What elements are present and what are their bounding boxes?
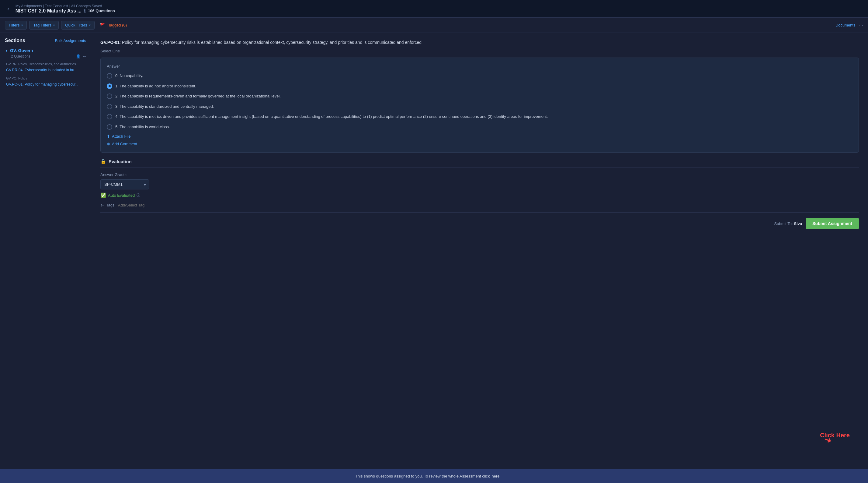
subsection-label-gvrr: GV.RR. Roles, Responsibilities, and Auth… bbox=[5, 61, 86, 66]
answer-text-4: 4: The capability is metrics driven and … bbox=[115, 114, 548, 120]
answer-header: Answer bbox=[107, 64, 852, 68]
answer-option-3[interactable]: 3: The capability is standardized and ce… bbox=[107, 104, 852, 110]
breadcrumb: My Assignments | Test Conquest | All Cha… bbox=[16, 4, 115, 8]
tag-filters-button[interactable]: Tag Filters ▾ bbox=[29, 21, 59, 30]
evaluation-header: 🔒 Evaluation bbox=[100, 159, 859, 168]
radio-button-3[interactable] bbox=[107, 104, 112, 109]
auto-evaluated-label: Auto Evaluated bbox=[108, 193, 135, 198]
check-circle-icon: ✅ bbox=[100, 193, 106, 198]
answer-option-1[interactable]: 1: The capability is ad hoc and/or incon… bbox=[107, 83, 852, 89]
submit-to-name: Siva bbox=[794, 221, 802, 226]
bottom-banner-dots[interactable]: ⋮ bbox=[507, 473, 513, 479]
tags-row: 🏷 Tags: bbox=[100, 203, 859, 212]
tag-icon: 🏷 bbox=[100, 203, 104, 207]
question-text: GV.PO-01: Policy for managing cybersecur… bbox=[100, 39, 859, 46]
plus-circle-icon: ⊕ bbox=[107, 142, 110, 146]
question-id: GV.PO-01 bbox=[100, 40, 120, 45]
answer-box: Answer 0: No capability. 1: The capabili… bbox=[100, 58, 859, 152]
answer-text-2: 2: The capability is requirements-driven… bbox=[115, 93, 281, 99]
question-item-gvpo01[interactable]: GV.PO-01. Policy for managing cybersecur… bbox=[5, 81, 86, 88]
flag-icon: 🚩 bbox=[100, 23, 105, 27]
answer-text-1: 1: The capability is ad hoc and/or incon… bbox=[115, 83, 196, 89]
tags-label: 🏷 Tags: bbox=[100, 203, 116, 207]
evaluation-section: 🔒 Evaluation Answer Grade: SP-CMM1 SP-CM… bbox=[100, 159, 859, 229]
ellipsis-icon[interactable]: ··· bbox=[83, 54, 86, 58]
quick-filters-button[interactable]: Quick Filters ▾ bbox=[61, 21, 94, 30]
chevron-down-icon: ▾ bbox=[89, 24, 91, 27]
attach-file-button[interactable]: ⬆ Attach File bbox=[107, 134, 852, 139]
flagged-button[interactable]: 🚩 Flagged (0) bbox=[97, 21, 130, 29]
submit-to-text: Submit To: Siva bbox=[774, 221, 802, 226]
person-icon: 👤 bbox=[76, 54, 81, 58]
page-title: NIST CSF 2.0 Maturity Ass ... ℹ 106 Ques… bbox=[16, 8, 115, 14]
submit-assignment-button[interactable]: Submit Assignment bbox=[806, 218, 859, 229]
toolbar: Filters ▾ Tag Filters ▾ Quick Filters ▾ … bbox=[0, 18, 868, 33]
chevron-down-icon: ▾ bbox=[21, 24, 23, 27]
bulk-assignments-button[interactable]: Bulk Assignments bbox=[55, 38, 86, 43]
section-question-count: 2 Questions 👤 ··· bbox=[5, 54, 86, 58]
auto-eval-info-icon: ⓘ bbox=[136, 193, 140, 198]
subsection-label-gvpo: GV.PO. Policy bbox=[5, 75, 86, 81]
header-info: My Assignments | Test Conquest | All Cha… bbox=[16, 4, 115, 14]
answer-text-0: 0: No capability. bbox=[115, 73, 143, 79]
add-comment-button[interactable]: ⊕ Add Comment bbox=[107, 142, 852, 146]
auto-evaluated-row: ✅ Auto Evaluated ⓘ bbox=[100, 193, 859, 198]
bottom-banner-link[interactable]: here. bbox=[492, 474, 501, 478]
sidebar-title: Sections bbox=[5, 38, 25, 43]
evaluation-title: Evaluation bbox=[108, 159, 132, 164]
top-header: ‹ My Assignments | Test Conquest | All C… bbox=[0, 0, 868, 18]
content-area: GV.PO-01: Policy for managing cybersecur… bbox=[91, 33, 868, 469]
select-one-label: Select One bbox=[100, 49, 859, 53]
answer-option-5[interactable]: 5: The capability is world-class. bbox=[107, 124, 852, 130]
more-options-button[interactable]: ··· bbox=[859, 23, 863, 28]
answer-option-2[interactable]: 2: The capability is requirements-driven… bbox=[107, 93, 852, 99]
section-sub-icons: 👤 ··· bbox=[76, 54, 86, 58]
sidebar-header: Sections Bulk Assignments bbox=[5, 38, 86, 43]
info-icon: ℹ bbox=[84, 8, 86, 13]
radio-button-2[interactable] bbox=[107, 93, 112, 99]
answer-option-4[interactable]: 4: The capability is metrics driven and … bbox=[107, 114, 852, 120]
radio-button-5[interactable] bbox=[107, 124, 112, 130]
toolbar-right: Documents ··· bbox=[835, 23, 863, 28]
tags-input[interactable] bbox=[118, 203, 169, 207]
filters-button[interactable]: Filters ▾ bbox=[5, 21, 27, 30]
answer-option-0[interactable]: 0: No capability. bbox=[107, 73, 852, 79]
grade-select-wrapper: SP-CMM1 SP-CMM0 SP-CMM2 SP-CMM3 SP-CMM4 … bbox=[100, 179, 149, 190]
grade-label: Answer Grade: bbox=[100, 172, 859, 177]
grade-select[interactable]: SP-CMM1 SP-CMM0 SP-CMM2 SP-CMM3 SP-CMM4 … bbox=[100, 179, 149, 190]
section-label: GV. Govern bbox=[10, 48, 33, 53]
section-chevron-icon: ▼ bbox=[5, 49, 8, 52]
chevron-down-icon: ▾ bbox=[53, 24, 55, 27]
answer-text-3: 3: The capability is standardized and ce… bbox=[115, 104, 214, 110]
bottom-banner-text: This shows questions assigned to you. To… bbox=[355, 474, 490, 478]
section-gv-govern: ▼ GV. Govern 2 Questions 👤 ··· GV.RR. Ro… bbox=[5, 48, 86, 88]
question-description: Policy for managing cybersecurity risks … bbox=[122, 40, 422, 45]
radio-inner-1 bbox=[108, 85, 111, 87]
main-layout: Sections Bulk Assignments ▼ GV. Govern 2… bbox=[0, 33, 868, 469]
section-header-gv-govern[interactable]: ▼ GV. Govern bbox=[5, 48, 86, 53]
radio-button-0[interactable] bbox=[107, 73, 112, 79]
question-item-gvrr04[interactable]: GV.RR-04. Cybersecurity is included in h… bbox=[5, 66, 86, 74]
radio-button-1[interactable] bbox=[107, 83, 112, 89]
documents-button[interactable]: Documents bbox=[835, 23, 856, 27]
answer-text-5: 5: The capability is world-class. bbox=[115, 124, 170, 130]
lock-icon: 🔒 bbox=[100, 159, 106, 164]
back-button[interactable]: ‹ bbox=[5, 4, 12, 13]
bottom-banner: This shows questions assigned to you. To… bbox=[0, 469, 868, 483]
submit-row: Submit To: Siva Submit Assignment bbox=[100, 218, 859, 229]
radio-button-4[interactable] bbox=[107, 114, 112, 119]
question-count: 106 Questions bbox=[88, 8, 115, 13]
sidebar: Sections Bulk Assignments ▼ GV. Govern 2… bbox=[0, 33, 91, 469]
upload-icon: ⬆ bbox=[107, 134, 110, 139]
